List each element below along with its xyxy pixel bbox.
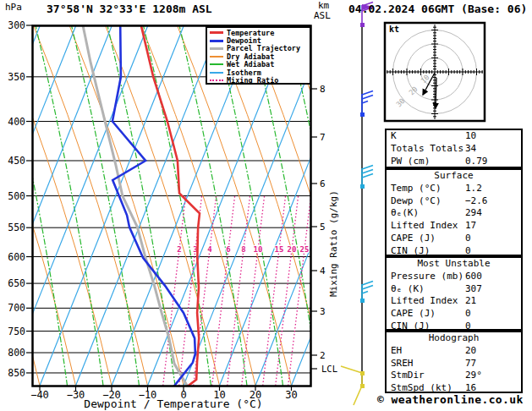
- table-row-value: 0.79: [465, 156, 488, 168]
- table-row-label: StmSpd (kt): [391, 382, 452, 393]
- svg-text:−40: −40: [30, 389, 49, 401]
- table-row-value: 16: [465, 382, 476, 395]
- table-row: Lifted Index21: [387, 295, 521, 308]
- svg-text:650: 650: [8, 277, 25, 289]
- table-row: Pressure (mb)600: [387, 271, 521, 283]
- table-row-label: CAPE (J): [391, 233, 436, 244]
- legend-swatch-thin: [210, 56, 223, 58]
- mixing-ratio-axis-label: Mixing Ratio (g/kg): [329, 190, 338, 297]
- table-row-value: 294: [465, 207, 482, 220]
- table-row-value: 21: [465, 295, 476, 308]
- table-row-value: 10: [465, 130, 476, 143]
- legend-item: Parcel Trajectory: [210, 45, 310, 52]
- table-row: Temp (°C)1.2: [387, 183, 521, 195]
- copyright-footer: © weatheronline.co.uk: [377, 394, 524, 405]
- legend-label: Mixing Ratio: [227, 76, 278, 85]
- legend-swatch-thick: [210, 31, 223, 34]
- table-section: Most UnstablePressure (mb)600θₑ (K)307Li…: [385, 256, 523, 331]
- table-row-label: Lifted Index: [391, 220, 458, 231]
- svg-text:6: 6: [320, 178, 326, 189]
- lcl-label: LCL: [321, 364, 337, 374]
- table-row: K10: [387, 130, 521, 143]
- km-axis-unit: km: [318, 1, 329, 10]
- legend-item: Mixing Ratio: [210, 76, 310, 84]
- hodograph: 102030: [385, 23, 485, 121]
- svg-text:5: 5: [320, 222, 326, 233]
- table-row: SREH77: [387, 358, 521, 370]
- table-row-label: Pressure (mb): [391, 271, 463, 282]
- svg-text:25: 25: [300, 245, 310, 254]
- svg-text:300: 300: [8, 19, 25, 31]
- table-row: CAPE (J)0: [387, 233, 521, 245]
- table-row-value: 600: [465, 271, 482, 283]
- table-row-value: 77: [465, 358, 476, 370]
- svg-text:800: 800: [8, 347, 25, 359]
- datetime-label: 04.02.2024 06GMT (Base: 06): [348, 3, 527, 14]
- table-row-label: CIN (J): [391, 245, 430, 256]
- table-row-value: 307: [465, 283, 482, 296]
- svg-text:550: 550: [8, 222, 25, 233]
- table-row: PW (cm)0.79: [387, 156, 521, 168]
- wind-barb: [360, 165, 373, 189]
- wind-barb: [360, 90, 373, 117]
- legend-swatch-dotted: [210, 79, 223, 81]
- km-axis: 8765432: [311, 84, 326, 369]
- svg-text:450: 450: [8, 155, 25, 167]
- wind-barb: [360, 281, 373, 303]
- legend-box: TemperatureDewpointParcel TrajectoryDry …: [206, 26, 311, 85]
- legend-swatch-thick: [210, 47, 223, 50]
- legend-item: Dewpoint: [210, 36, 310, 44]
- svg-text:700: 700: [8, 302, 25, 314]
- table-row-value: 1.2: [465, 183, 482, 195]
- table-row-value: 34: [465, 143, 476, 156]
- table-row-value: 29°: [465, 370, 482, 382]
- table-row-label: θₑ (K): [391, 283, 425, 294]
- legend-item: Wet Adiabat: [210, 61, 310, 68]
- sounding-page: { "header": { "pressure_unit": "hPa", "t…: [0, 0, 532, 411]
- table-section-title: Hodograph: [387, 332, 521, 345]
- svg-text:850: 850: [8, 367, 25, 379]
- sounding-curves: [83, 25, 200, 386]
- table-row: Totals Totals34: [387, 143, 521, 156]
- wind-barb: [341, 366, 365, 405]
- legend-item: Dry Adiabat: [210, 52, 310, 60]
- table-row-value: 20: [465, 345, 476, 358]
- legend-swatch-thick: [210, 40, 223, 42]
- table-section: HodographEH20SREH77StmDir29°StmSpd (kt)1…: [385, 331, 523, 393]
- svg-text:10: 10: [254, 245, 263, 254]
- table-row-label: EH: [391, 345, 402, 356]
- legend-item: Temperature: [210, 29, 310, 36]
- table-row: CAPE (J)0: [387, 308, 521, 321]
- table-section-title: Most Unstable: [387, 258, 521, 271]
- svg-text:3: 3: [320, 306, 326, 317]
- table-row: StmDir29°: [387, 370, 521, 382]
- wind-barb-staff: [341, 2, 374, 405]
- legend-swatch-thin: [210, 63, 223, 65]
- table-row-value: 0: [465, 308, 471, 321]
- legend-item: Isotherm: [210, 68, 310, 76]
- svg-text:4: 4: [320, 266, 326, 277]
- svg-text:600: 600: [8, 251, 25, 263]
- table-row: Lifted Index17: [387, 220, 521, 233]
- svg-text:750: 750: [8, 326, 25, 337]
- table-row-value: 17: [465, 220, 476, 233]
- table-row-label: StmDir: [391, 370, 425, 381]
- svg-text:30: 30: [285, 389, 297, 401]
- svg-text:2: 2: [177, 245, 181, 254]
- svg-text:4: 4: [207, 245, 212, 254]
- table-row-label: K: [391, 130, 397, 141]
- table-row-label: Temp (°C): [391, 183, 442, 194]
- svg-text:350: 350: [8, 71, 25, 83]
- table-row: EH20: [387, 345, 521, 358]
- svg-text:20: 20: [288, 245, 297, 254]
- pressure-unit-label: hPa: [5, 3, 22, 12]
- table-section: K10Totals Totals34PW (cm)0.79: [385, 129, 523, 168]
- table-row-label: PW (cm): [391, 156, 430, 167]
- table-section-title: Surface: [387, 170, 521, 183]
- hodograph-kt-label: kt: [389, 25, 399, 34]
- table-row-value: −2.6: [465, 195, 488, 208]
- legend-swatch-thin: [210, 72, 223, 74]
- svg-text:8: 8: [320, 84, 326, 95]
- table-row-label: Totals Totals: [391, 143, 463, 154]
- table-row-label: θₑ(K): [391, 207, 419, 218]
